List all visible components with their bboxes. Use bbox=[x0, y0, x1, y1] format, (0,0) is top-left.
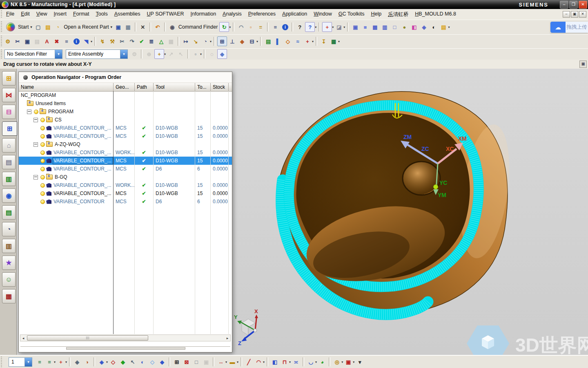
scrollbar-thumb[interactable] bbox=[27, 335, 148, 341]
wcs-display-icon-dropdown[interactable]: ▾ bbox=[65, 360, 67, 364]
copy-operation-icon[interactable]: ▣ bbox=[23, 37, 32, 46]
mdi-close-button[interactable]: ✕ bbox=[579, 11, 586, 18]
cut-operation-icon[interactable]: ✂ bbox=[13, 37, 22, 46]
column-header-to[interactable]: To... bbox=[195, 83, 211, 91]
tree-collapse-icon[interactable] bbox=[33, 118, 38, 122]
sidebar-part-navigator-icon[interactable]: ⊟ bbox=[2, 105, 16, 119]
menu-view[interactable]: View bbox=[33, 9, 51, 20]
navigator-row[interactable]: VARIABLE_CONTOUR_...MCS✔D10-WGB150.0000 bbox=[19, 189, 232, 197]
rename-operation-icon[interactable]: A bbox=[42, 37, 51, 46]
chevron-down-icon[interactable]: ▼ bbox=[24, 358, 32, 366]
column-header-path[interactable]: Path bbox=[135, 83, 154, 91]
show-icon[interactable]: ◆ bbox=[118, 357, 127, 366]
navigator-row[interactable]: NC_PROGRAM bbox=[19, 91, 232, 99]
export-excel-icon[interactable]: ▦ bbox=[329, 37, 338, 46]
lightbulb-icon[interactable] bbox=[40, 183, 45, 188]
menu-application[interactable]: Application bbox=[279, 9, 310, 20]
shaded-with-edges-icon[interactable]: ▣ bbox=[351, 22, 360, 31]
show-and-hide-icon-dropdown[interactable]: ▾ bbox=[106, 360, 108, 364]
lightbulb-icon[interactable] bbox=[40, 126, 45, 130]
layer-settings-icon[interactable]: ≡ bbox=[35, 357, 44, 366]
lightbulb-icon[interactable] bbox=[40, 142, 45, 147]
create-program-icon[interactable]: ▤ bbox=[264, 37, 273, 46]
show-all-icon[interactable]: ◇ bbox=[148, 357, 157, 366]
sidebar-html-page-icon[interactable]: ▤ bbox=[2, 205, 16, 220]
section-view-icon[interactable]: ▣ bbox=[344, 357, 353, 366]
rotate-view-icon[interactable]: ◠ bbox=[236, 22, 245, 31]
lightbulb-icon[interactable] bbox=[40, 118, 45, 122]
menu-format[interactable]: Format bbox=[70, 9, 93, 20]
menu-analysis[interactable]: Analysis bbox=[219, 9, 245, 20]
navigator-row[interactable]: VARIABLE_CONTOUR_...MCS✔D10-WGB150.0000 bbox=[19, 124, 232, 132]
cue-dock-icon[interactable]: ▣ bbox=[579, 61, 587, 68]
operation-info-icon[interactable]: i bbox=[72, 37, 81, 46]
navigator-row[interactable]: B-GQ bbox=[19, 173, 232, 181]
tree-collapse-icon[interactable] bbox=[33, 142, 38, 147]
navigator-row[interactable]: CS bbox=[19, 116, 232, 124]
properties-icon[interactable]: ≡ bbox=[271, 22, 280, 31]
object-menu-icon-dropdown[interactable]: ▾ bbox=[91, 40, 92, 43]
sidebar-constraint-navigator-icon[interactable]: ⋈ bbox=[2, 88, 16, 102]
deviation-gauge-icon[interactable]: ◡ bbox=[306, 357, 315, 366]
fit-view-icon[interactable]: + bbox=[322, 22, 332, 32]
refresh-combo-icon[interactable]: ↻ bbox=[219, 22, 229, 32]
menu-window[interactable]: Window bbox=[310, 9, 335, 20]
marquee-select-icon[interactable]: ▫ bbox=[191, 49, 200, 58]
column-header-name[interactable]: Name bbox=[19, 83, 114, 91]
menu-hb-mould-m6-8[interactable]: HB_MOULD M6.8 bbox=[412, 9, 459, 20]
window-overlay-icon[interactable]: ▣ bbox=[202, 357, 211, 366]
delete-icon[interactable]: ✕ bbox=[138, 22, 147, 31]
clip-section-icon[interactable]: ◪ bbox=[334, 22, 343, 31]
wireframe-dim-edges-icon[interactable]: ▥ bbox=[380, 22, 389, 31]
close-button[interactable]: ✕ bbox=[579, 1, 587, 9]
layer-visible-in-view-icon[interactable]: ≡ bbox=[45, 357, 54, 366]
edit-toolpath-icon[interactable]: ⚒ bbox=[108, 37, 117, 46]
open-icon[interactable]: ▤ bbox=[43, 22, 52, 31]
delete-toolpath-icon[interactable]: ✂ bbox=[118, 37, 127, 46]
open-recent-part-button[interactable]: Open a Recent Part bbox=[64, 24, 109, 30]
work-layer-combo[interactable]: 1 ▼ bbox=[9, 357, 32, 367]
move-object-icon[interactable]: ◈ bbox=[73, 357, 82, 366]
undo-icon[interactable]: ↶ bbox=[153, 22, 162, 31]
true-shading-icon[interactable]: ◐ bbox=[429, 22, 438, 31]
sidebar-system-scenes-icon[interactable]: ▦ bbox=[2, 289, 16, 303]
minimize-button[interactable]: – bbox=[560, 1, 568, 9]
deviation-gauge-icon-dropdown[interactable]: ▾ bbox=[315, 360, 317, 364]
operation-list-icon[interactable]: ≡ bbox=[62, 37, 71, 46]
paste-operation-icon[interactable]: ▤ bbox=[33, 37, 42, 46]
section-view-icon-dropdown[interactable]: ▾ bbox=[353, 360, 354, 364]
delete-operation-icon[interactable]: ✖ bbox=[52, 37, 61, 46]
constraints-equal-icon[interactable]: = bbox=[256, 22, 265, 31]
navigator-row[interactable]: VARIABLE_CONTOUR_...MCS✔D10-WGB150.0000 bbox=[19, 132, 232, 140]
menu-help[interactable]: Help bbox=[368, 9, 385, 20]
shop-documentation-icon[interactable]: ◔ bbox=[201, 37, 210, 46]
immediate-hide-icon[interactable]: ↖ bbox=[128, 357, 137, 366]
export-excel-icon-dropdown[interactable]: ▾ bbox=[338, 40, 340, 43]
reposition-icon[interactable]: ▫ bbox=[246, 22, 255, 31]
menu-file[interactable]: File bbox=[3, 9, 18, 20]
tree-collapse-icon[interactable] bbox=[27, 110, 31, 114]
snap-handle-icon[interactable]: ↖ bbox=[176, 49, 185, 58]
sidebar-process-wizard-icon[interactable]: ★ bbox=[2, 256, 16, 270]
menu-up-softwaer[interactable]: UP SOFTWAER bbox=[144, 9, 187, 20]
geometry-view-icon[interactable]: ◆ bbox=[238, 37, 247, 46]
whats-this-icon-dropdown[interactable]: ▾ bbox=[315, 25, 316, 29]
materials-icon[interactable]: ▤ bbox=[439, 22, 448, 31]
draft-analysis-icon[interactable]: ≍ bbox=[292, 357, 301, 366]
menu--[interactable]: 乐清虹桥 bbox=[385, 9, 412, 20]
sidebar-web-browser-icon[interactable]: ◉ bbox=[2, 188, 16, 203]
object-menu-icon[interactable]: ◥ bbox=[82, 37, 91, 46]
menu-tools[interactable]: Tools bbox=[92, 9, 111, 20]
snap-orient-icon[interactable]: ⊕ bbox=[145, 49, 154, 58]
help-cursor-icon[interactable]: ? bbox=[295, 22, 304, 31]
lightbulb-icon[interactable] bbox=[40, 167, 45, 171]
mdi-restore-button[interactable]: ▣ bbox=[571, 11, 578, 18]
selection-scope-select[interactable]: Entire Assembly ▼ bbox=[66, 49, 128, 59]
marquee-select-icon-dropdown[interactable]: ▾ bbox=[200, 52, 202, 56]
clip-section-icon-dropdown[interactable]: ▾ bbox=[343, 25, 345, 29]
measure-ruler-icon-dropdown[interactable]: ▾ bbox=[237, 360, 238, 364]
generate-toolpath-icon[interactable]: ↯ bbox=[98, 37, 107, 46]
thickness-check-icon-dropdown[interactable]: ▾ bbox=[289, 360, 291, 364]
sidebar-reuse-library-icon[interactable]: ▥ bbox=[2, 172, 16, 186]
simulate-machine-icon[interactable]: ▦ bbox=[167, 37, 176, 46]
